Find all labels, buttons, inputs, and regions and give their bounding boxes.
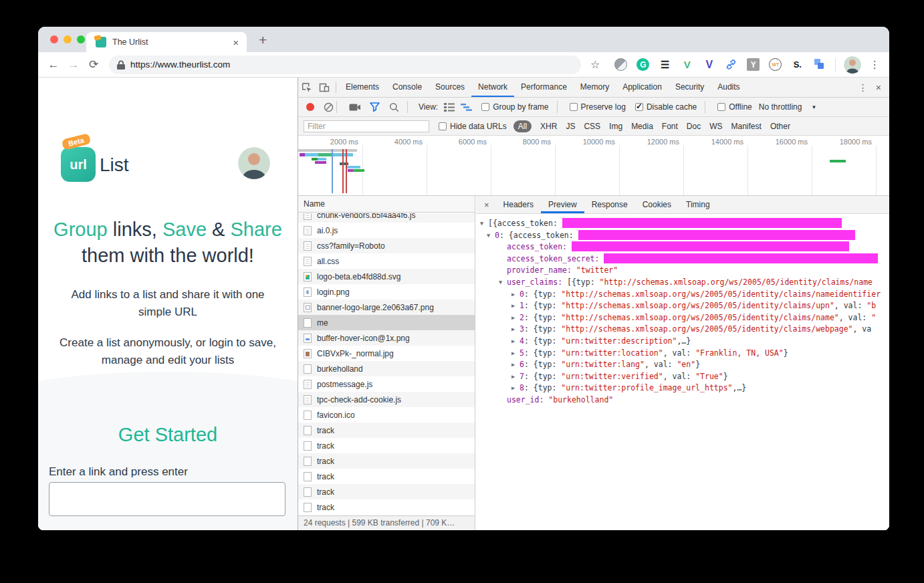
- filter-type-xhr[interactable]: XHR: [540, 122, 557, 131]
- reload-button[interactable]: ⟳: [84, 57, 104, 72]
- request-row[interactable]: track: [298, 453, 475, 469]
- forward-button[interactable]: →: [64, 58, 84, 72]
- request-row[interactable]: track: [298, 484, 475, 499]
- network-overview[interactable]: 2000 ms4000 ms6000 ms8000 ms10000 ms1200…: [298, 136, 889, 196]
- disclosure-arrow-icon[interactable]: ▶: [511, 336, 519, 348]
- devtools-tab-security[interactable]: Security: [669, 78, 711, 97]
- tree-row[interactable]: ▶5: {typ: "urn:twitter:location", val: "…: [476, 348, 889, 360]
- request-row[interactable]: logo-beta.eb4fd88d.svg: [298, 269, 475, 284]
- disclosure-arrow-icon[interactable]: ▼: [480, 218, 488, 230]
- devtools-close-icon[interactable]: ×: [875, 82, 889, 93]
- close-window-button[interactable]: [50, 35, 58, 43]
- tree-row[interactable]: ▶6: {typ: "urn:twitter:lang", val: "en"}: [476, 359, 889, 371]
- url-text[interactable]: https://www.theurlist.com: [130, 60, 230, 70]
- browser-tab[interactable]: The Urlist ×: [86, 32, 247, 52]
- details-tab-cookies[interactable]: Cookies: [635, 196, 679, 213]
- devtools-tab-elements[interactable]: Elements: [339, 78, 386, 97]
- hide-data-urls-checkbox[interactable]: [439, 122, 447, 130]
- name-column-header[interactable]: Name: [298, 196, 475, 213]
- tree-row[interactable]: access_token_secret:: [476, 253, 889, 265]
- minimize-window-button[interactable]: [64, 35, 72, 43]
- filter-type-img[interactable]: Img: [609, 122, 622, 131]
- disable-cache-checkbox[interactable]: [635, 103, 643, 111]
- bookmark-star-icon[interactable]: ☆: [590, 58, 600, 71]
- devtools-tab-performance[interactable]: Performance: [514, 78, 574, 97]
- disclosure-arrow-icon[interactable]: ▶: [511, 359, 519, 371]
- request-row[interactable]: all.css: [298, 253, 475, 269]
- ext-wt-icon[interactable]: WT: [769, 58, 782, 71]
- disclosure-arrow-icon[interactable]: ▶: [511, 312, 519, 324]
- request-row[interactable]: css?family=Roboto: [298, 238, 475, 253]
- request-row[interactable]: banner-logo-large.2e063a67.png: [298, 300, 475, 315]
- filter-type-manifest[interactable]: Manifest: [731, 122, 762, 131]
- request-row[interactable]: buffer-hover-icon@1x.png: [298, 330, 475, 346]
- address-bar[interactable]: https://www.theurlist.com: [109, 55, 581, 74]
- details-tab-timing[interactable]: Timing: [679, 196, 717, 213]
- devtools-tab-network[interactable]: Network: [471, 78, 514, 97]
- throttling-caret-icon[interactable]: ▼: [811, 104, 816, 110]
- ext-link-icon[interactable]: [725, 58, 737, 71]
- ext-ycombinator-icon[interactable]: Y: [747, 58, 760, 71]
- details-tab-preview[interactable]: Preview: [541, 196, 584, 213]
- preserve-log-checkbox[interactable]: [570, 103, 578, 111]
- request-row[interactable]: ai.0.js: [298, 223, 475, 238]
- disclosure-arrow-icon[interactable]: ▼: [487, 230, 495, 242]
- devtools-tab-audits[interactable]: Audits: [711, 78, 746, 97]
- capture-screenshots-icon[interactable]: [349, 103, 360, 112]
- details-tab-response[interactable]: Response: [584, 196, 635, 213]
- devtools-tab-console[interactable]: Console: [386, 78, 429, 97]
- ext-s-icon[interactable]: S.: [791, 58, 804, 71]
- request-row[interactable]: CIBVxPk-_normal.jpg: [298, 346, 475, 361]
- request-row[interactable]: tpc-check-add-cookie.js: [298, 392, 475, 407]
- request-row[interactable]: track: [298, 423, 475, 438]
- filter-type-ws[interactable]: WS: [709, 122, 722, 131]
- tree-row[interactable]: ▼user_claims: [{typ: "http://schemas.xml…: [476, 277, 889, 289]
- throttling-select[interactable]: No throttling: [759, 102, 802, 112]
- disclosure-arrow-icon[interactable]: ▶: [511, 348, 519, 360]
- request-row[interactable]: me: [298, 315, 475, 330]
- request-row[interactable]: postmessage.js: [298, 376, 475, 392]
- filter-type-media[interactable]: Media: [631, 122, 653, 131]
- tab-close-icon[interactable]: ×: [233, 37, 239, 47]
- device-toolbar-icon[interactable]: [316, 80, 333, 96]
- ext-buffer-icon[interactable]: ☰: [659, 58, 671, 71]
- view-list-icon[interactable]: [444, 103, 455, 112]
- filter-type-doc[interactable]: Doc: [687, 122, 701, 131]
- request-row[interactable]: chunk-vendors.b5f4aa4f6.js: [298, 213, 475, 223]
- view-waterfall-icon[interactable]: [461, 104, 472, 111]
- offline-checkbox[interactable]: [717, 103, 725, 111]
- zoom-window-button[interactable]: [77, 35, 85, 43]
- tree-row[interactable]: ▶8: {typ: "urn:twitter:profile_image_url…: [476, 382, 889, 394]
- disclosure-arrow-icon[interactable]: ▶: [511, 300, 519, 312]
- devtools-tab-memory[interactable]: Memory: [574, 78, 616, 97]
- filter-type-all[interactable]: All: [513, 120, 532, 132]
- disclosure-arrow-icon[interactable]: ▼: [499, 277, 507, 289]
- filter-type-other[interactable]: Other: [770, 122, 790, 131]
- new-tab-button[interactable]: +: [259, 32, 267, 48]
- tree-row[interactable]: ▼0: {access_token:: [476, 230, 889, 242]
- tree-row[interactable]: user_id: "burkeholland": [476, 394, 889, 406]
- tree-row[interactable]: ▶7: {typ: "urn:twitter:verified", val: "…: [476, 371, 889, 383]
- tree-row[interactable]: ▶4: {typ: "urn:twitter:description",…}: [476, 336, 889, 348]
- back-button[interactable]: ←: [43, 58, 64, 72]
- record-button[interactable]: [306, 103, 314, 111]
- filter-type-font[interactable]: Font: [662, 122, 678, 131]
- request-row[interactable]: track: [298, 469, 475, 484]
- details-tab-headers[interactable]: Headers: [496, 196, 541, 213]
- clear-icon[interactable]: [324, 102, 334, 112]
- filter-type-css[interactable]: CSS: [584, 122, 600, 131]
- disclosure-arrow-icon[interactable]: ▶: [511, 382, 519, 394]
- tree-row[interactable]: access_token:: [476, 241, 889, 253]
- filter-type-js[interactable]: JS: [566, 122, 575, 131]
- titlebar[interactable]: The Urlist × +: [38, 27, 889, 52]
- profile-avatar[interactable]: [844, 56, 861, 74]
- disclosure-arrow-icon[interactable]: ▶: [511, 371, 519, 383]
- devtools-tab-application[interactable]: Application: [616, 78, 669, 97]
- tree-row[interactable]: ▼[{access_token:: [476, 218, 889, 230]
- details-close-icon[interactable]: ×: [476, 200, 496, 210]
- group-by-frame-checkbox[interactable]: [481, 103, 489, 111]
- tree-row[interactable]: ▶3: {typ: "http://schemas.xmlsoap.org/ws…: [476, 324, 889, 336]
- ext-copy-icon[interactable]: [813, 58, 826, 71]
- request-row[interactable]: burkeholland: [298, 361, 475, 376]
- ext-grammarly-icon[interactable]: G: [637, 58, 649, 71]
